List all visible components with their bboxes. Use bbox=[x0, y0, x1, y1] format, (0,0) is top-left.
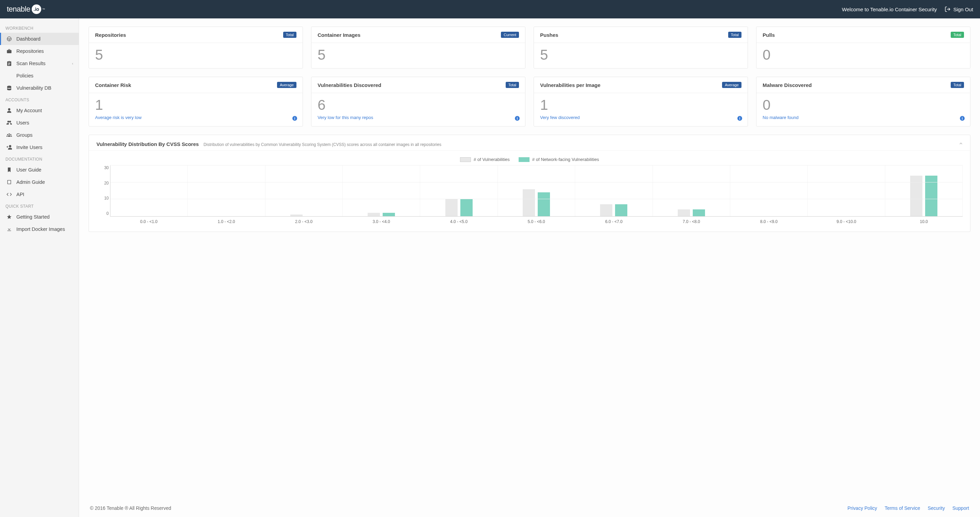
card-title: Container Risk bbox=[95, 82, 131, 88]
chart-panel: Vulnerability Distribution By CVSS Score… bbox=[89, 135, 970, 232]
footer-links: Privacy PolicyTerms of ServiceSecuritySu… bbox=[848, 506, 969, 511]
stat-card: Malware DiscoveredTotal0No malware found… bbox=[756, 77, 970, 126]
bar-group bbox=[420, 165, 498, 216]
stat-card: PushesTotal5 bbox=[534, 27, 748, 69]
stat-card: Vulnerabilities per ImageAverage1Very fe… bbox=[534, 77, 748, 126]
logo[interactable]: tenable .io ™ bbox=[7, 5, 45, 14]
stat-card: Container RiskAverage1Average risk is ve… bbox=[89, 77, 303, 126]
sidebar-item-getting-started[interactable]: Getting Started bbox=[0, 211, 79, 223]
sidebar-item-vulnerability-db[interactable]: Vulnerability DB bbox=[0, 82, 79, 94]
info-icon[interactable]: i bbox=[515, 116, 520, 121]
bar bbox=[615, 204, 627, 216]
invite-icon bbox=[5, 145, 13, 150]
info-icon[interactable]: i bbox=[293, 116, 297, 121]
sidebar-item-policies[interactable]: Policies bbox=[0, 70, 79, 82]
bar bbox=[538, 192, 550, 216]
card-badge: Average bbox=[277, 82, 296, 88]
card-body: 0 bbox=[756, 43, 970, 68]
bar bbox=[678, 209, 690, 216]
sign-out-button[interactable]: Sign Out bbox=[945, 6, 973, 12]
bookmark-icon bbox=[5, 167, 13, 172]
sidebar-item-label: Scan Results bbox=[16, 61, 45, 66]
chart-title: Vulnerability Distribution By CVSS Score… bbox=[96, 141, 199, 147]
card-badge: Total bbox=[506, 82, 519, 88]
card-body: 6Very low for this many reposi bbox=[312, 93, 525, 126]
main-content: RepositoriesTotal5Container ImagesCurren… bbox=[79, 18, 980, 517]
clipboard-icon bbox=[5, 61, 13, 66]
sidebar-item-label: Import Docker Images bbox=[16, 227, 65, 232]
group-icon bbox=[5, 132, 13, 138]
sidebar-item-repositories[interactable]: Repositories bbox=[0, 45, 79, 57]
footer-link[interactable]: Privacy Policy bbox=[848, 506, 877, 511]
sidebar-item-admin-guide[interactable]: Admin Guide bbox=[0, 176, 79, 188]
database-icon bbox=[5, 85, 13, 91]
x-tick: 9.0 - <10.0 bbox=[808, 217, 885, 224]
code-icon bbox=[5, 191, 13, 197]
x-tick: 7.0 - <8.0 bbox=[652, 217, 730, 224]
x-tick: 6.0 - <7.0 bbox=[575, 217, 652, 224]
card-message: Very low for this many repos bbox=[318, 115, 519, 120]
card-title: Malware Discovered bbox=[763, 82, 812, 88]
sidebar-item-dashboard[interactable]: Dashboard bbox=[0, 33, 79, 45]
sidebar-item-invite-users[interactable]: Invite Users bbox=[0, 141, 79, 153]
users-icon bbox=[5, 120, 13, 126]
card-badge: Current bbox=[501, 32, 519, 38]
card-value: 0 bbox=[763, 98, 964, 112]
card-header: Container RiskAverage bbox=[89, 77, 302, 93]
info-icon[interactable]: i bbox=[960, 116, 965, 121]
sidebar-item-api[interactable]: API bbox=[0, 188, 79, 201]
sidebar-item-scan-results[interactable]: Scan Results ‹ bbox=[0, 57, 79, 70]
sidebar-item-label: Getting Started bbox=[16, 214, 50, 220]
card-header: Vulnerabilities DiscoveredTotal bbox=[312, 77, 525, 93]
legend-label-b: # of Network-facing Vulnerabilities bbox=[532, 157, 599, 162]
header: tenable .io ™ Welcome to Tenable.io Cont… bbox=[0, 0, 980, 18]
sidebar-item-label: Dashboard bbox=[16, 36, 41, 41]
sidebar-item-label: Repositories bbox=[16, 48, 44, 54]
legend-swatch-vulnerabilities bbox=[460, 157, 471, 162]
sidebar-item-users[interactable]: Users bbox=[0, 116, 79, 129]
legend-swatch-network-vulnerabilities bbox=[519, 157, 530, 162]
card-message: No malware found bbox=[763, 115, 964, 120]
sidebar-item-groups[interactable]: Groups bbox=[0, 129, 79, 141]
card-value: 5 bbox=[318, 48, 519, 62]
y-tick: 30 bbox=[104, 165, 109, 170]
bar bbox=[600, 204, 612, 216]
card-badge: Total bbox=[951, 32, 964, 38]
x-tick: 0.0 - <1.0 bbox=[110, 217, 188, 224]
sidebar-item-user-guide[interactable]: User Guide bbox=[0, 164, 79, 176]
bar-group bbox=[266, 165, 343, 216]
sign-out-icon bbox=[945, 6, 951, 12]
x-tick: 10.0 bbox=[885, 217, 963, 224]
logo-text: tenable bbox=[7, 5, 30, 14]
sidebar-item-label: Policies bbox=[16, 73, 33, 78]
card-header: Malware DiscoveredTotal bbox=[756, 77, 970, 93]
y-tick: 20 bbox=[104, 181, 109, 185]
footer-link[interactable]: Security bbox=[928, 506, 945, 511]
sidebar-item-label: My Account bbox=[16, 108, 42, 113]
bar-group bbox=[730, 165, 808, 216]
card-body: 5 bbox=[89, 43, 302, 68]
stats-row-1: RepositoriesTotal5Container ImagesCurren… bbox=[89, 27, 970, 69]
collapse-toggle[interactable] bbox=[959, 141, 963, 146]
y-tick: 10 bbox=[104, 196, 109, 201]
sidebar-item-import-docker-images[interactable]: Import Docker Images bbox=[0, 223, 79, 235]
sidebar-item-label: User Guide bbox=[16, 167, 41, 172]
card-header: PullsTotal bbox=[756, 27, 970, 43]
logo-io-badge: .io bbox=[32, 5, 41, 14]
card-value: 5 bbox=[95, 48, 296, 62]
bar bbox=[445, 199, 458, 216]
sidebar-item-my-account[interactable]: My Account bbox=[0, 104, 79, 116]
footer-link[interactable]: Support bbox=[952, 506, 969, 511]
info-icon[interactable]: i bbox=[737, 116, 742, 121]
bar bbox=[383, 213, 395, 216]
download-icon bbox=[5, 227, 13, 232]
card-value: 5 bbox=[540, 48, 741, 62]
dashboard-icon bbox=[5, 36, 13, 41]
chart-panel-header: Vulnerability Distribution By CVSS Score… bbox=[89, 135, 970, 151]
sign-out-label: Sign Out bbox=[953, 6, 973, 12]
chart-area: # of Vulnerabilities # of Network-facing… bbox=[89, 151, 970, 231]
bar-group bbox=[188, 165, 265, 216]
footer-link[interactable]: Terms of Service bbox=[885, 506, 920, 511]
chart-legend: # of Vulnerabilities # of Network-facing… bbox=[96, 157, 963, 162]
x-tick: 3.0 - <4.0 bbox=[342, 217, 420, 224]
